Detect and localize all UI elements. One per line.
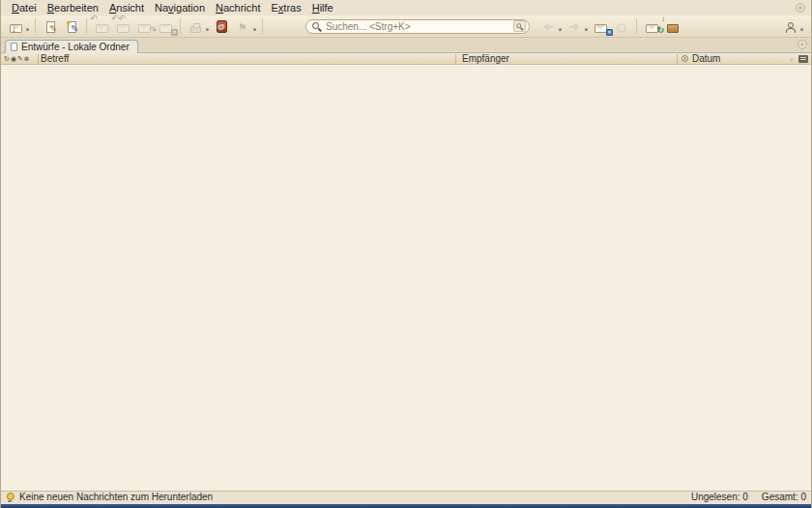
menu-nachricht[interactable]: Nachricht bbox=[211, 1, 266, 15]
mail-app-window: DateiBearbeitenAnsichtNavigationNachrich… bbox=[0, 0, 812, 508]
sync-folder-button[interactable]: ↻ bbox=[641, 16, 662, 36]
message-list-body[interactable] bbox=[1, 65, 811, 491]
forward-nav-button[interactable]: ➔ bbox=[564, 16, 585, 36]
address-book-icon: @ bbox=[217, 20, 227, 33]
mark-button[interactable]: ⚑ bbox=[232, 16, 253, 36]
message-list-header: ↻◉✎⊗ Betreff Empfänger Datum ▲ bbox=[1, 53, 811, 65]
search-placeholder: Suchen... <Strg+K> bbox=[326, 21, 513, 32]
compose-icon: ✎ bbox=[46, 21, 55, 33]
tab-list-button[interactable] bbox=[798, 40, 807, 49]
compose-template-icon: ★✎ bbox=[68, 21, 76, 33]
stop-button[interactable] bbox=[611, 16, 632, 36]
archive-button[interactable]: ↓ bbox=[662, 16, 683, 36]
column-header-subject[interactable]: Betreff bbox=[39, 54, 455, 64]
sort-indicator-icon: ▲ bbox=[789, 56, 795, 62]
subject-column-label: Betreff bbox=[41, 53, 69, 64]
recipient-column-label: Empfänger bbox=[462, 53, 509, 64]
arrow-right-icon: ➔ bbox=[569, 20, 580, 33]
check-mail-button[interactable]: ↓ bbox=[5, 16, 26, 36]
search-options-button[interactable] bbox=[513, 20, 526, 32]
status-bar: Keine neuen Nachrichten zum Herunterlade… bbox=[1, 491, 811, 503]
toolbar-identity-group bbox=[779, 16, 805, 36]
tab-bar: Entwürfe - Lokale Ordner bbox=[1, 38, 811, 53]
replied-icon: ↻ bbox=[4, 55, 10, 62]
arrow-left-icon: ➔ bbox=[543, 20, 554, 33]
status-message: Keine neuen Nachrichten zum Herunterlade… bbox=[19, 493, 213, 502]
mark-button-dropdown[interactable] bbox=[253, 28, 256, 31]
check-mail-button-dropdown[interactable] bbox=[26, 28, 29, 31]
toolbar-separator bbox=[636, 18, 637, 34]
identity-button-dropdown[interactable] bbox=[800, 28, 803, 31]
toolbar-separator bbox=[35, 18, 36, 34]
identity-button[interactable] bbox=[779, 16, 800, 36]
toolbar-right-group: ➔➔×↻↓ bbox=[537, 16, 683, 36]
toolbar-separator bbox=[180, 18, 181, 34]
search-icon bbox=[311, 21, 322, 32]
person-icon bbox=[786, 22, 795, 33]
flag-icon: ⚑ bbox=[238, 22, 247, 33]
column-header-recipient[interactable]: Empfänger bbox=[456, 54, 677, 64]
column-header-date[interactable]: Datum ▲ bbox=[678, 54, 811, 64]
window-bottom-edge bbox=[1, 503, 811, 508]
unread-count: Ungelesen: 0 bbox=[691, 493, 748, 502]
junk-button[interactable]: × bbox=[590, 16, 611, 36]
print-button-dropdown[interactable] bbox=[206, 28, 209, 31]
toolbar-left-group: ↓✎★✎↶↶↶↷×@⚑ bbox=[5, 16, 267, 36]
reply-all-icon bbox=[117, 24, 130, 33]
compose-button[interactable]: ✎ bbox=[40, 16, 61, 36]
menu-items: DateiBearbeitenAnsichtNavigationNachrich… bbox=[7, 1, 339, 15]
toolbar: ↓✎★✎↶↶↶↷×@⚑ Suchen... <Strg+K> ➔➔×↻↓ bbox=[1, 15, 811, 38]
menu-extras[interactable]: Extras bbox=[266, 1, 306, 15]
back-button[interactable]: ➔ bbox=[537, 16, 559, 36]
compose-template-button[interactable]: ★✎ bbox=[61, 16, 82, 36]
folder-tab-icon bbox=[11, 43, 17, 51]
menu-navigation[interactable]: Navigation bbox=[150, 1, 211, 15]
forward-button[interactable]: ↷ bbox=[133, 16, 155, 36]
address-book-button[interactable]: @ bbox=[211, 16, 232, 36]
envelope-x-icon bbox=[160, 24, 172, 33]
menu-overflow-button[interactable] bbox=[796, 3, 805, 13]
menu-datei[interactable]: Datei bbox=[7, 1, 43, 15]
read-icon: ◉ bbox=[11, 55, 16, 62]
menu-hilfe[interactable]: Hilfe bbox=[307, 1, 339, 15]
archive-box-icon bbox=[667, 24, 679, 33]
reply-icon bbox=[96, 24, 108, 33]
forward-nav-button-dropdown[interactable] bbox=[585, 28, 588, 31]
edit-icon: ✎ bbox=[17, 55, 23, 62]
stop-circle-icon bbox=[617, 23, 626, 33]
total-count: Gesamt: 0 bbox=[762, 493, 806, 502]
menu-bearbeiten[interactable]: Bearbeiten bbox=[43, 1, 104, 15]
notification-icon bbox=[6, 493, 14, 502]
status-column-headers[interactable]: ↻◉✎⊗ bbox=[1, 55, 38, 62]
tab-entwuerfe[interactable]: Entwürfe - Lokale Ordner bbox=[5, 40, 138, 53]
trash-button[interactable]: × bbox=[155, 16, 176, 36]
reply-button[interactable]: ↶ bbox=[91, 16, 112, 36]
menu-ansicht[interactable]: Ansicht bbox=[104, 1, 150, 15]
column-config-button[interactable] bbox=[798, 55, 808, 63]
clock-icon bbox=[682, 55, 688, 62]
toolbar-separator bbox=[86, 18, 87, 34]
search-small-icon bbox=[516, 22, 524, 30]
print-button[interactable] bbox=[185, 16, 206, 36]
reply-all-button[interactable]: ↶↶ bbox=[112, 16, 133, 36]
back-button-dropdown[interactable] bbox=[559, 28, 562, 31]
search-field[interactable]: Suchen... <Strg+K> bbox=[305, 19, 530, 34]
print-icon bbox=[190, 26, 201, 33]
toolbar-separator bbox=[262, 18, 263, 34]
blocked-icon: ⊗ bbox=[24, 55, 30, 62]
date-column-label: Datum bbox=[692, 54, 720, 64]
envelope-x-blue-icon bbox=[594, 24, 607, 33]
tab-label: Entwürfe - Lokale Ordner bbox=[21, 42, 130, 52]
